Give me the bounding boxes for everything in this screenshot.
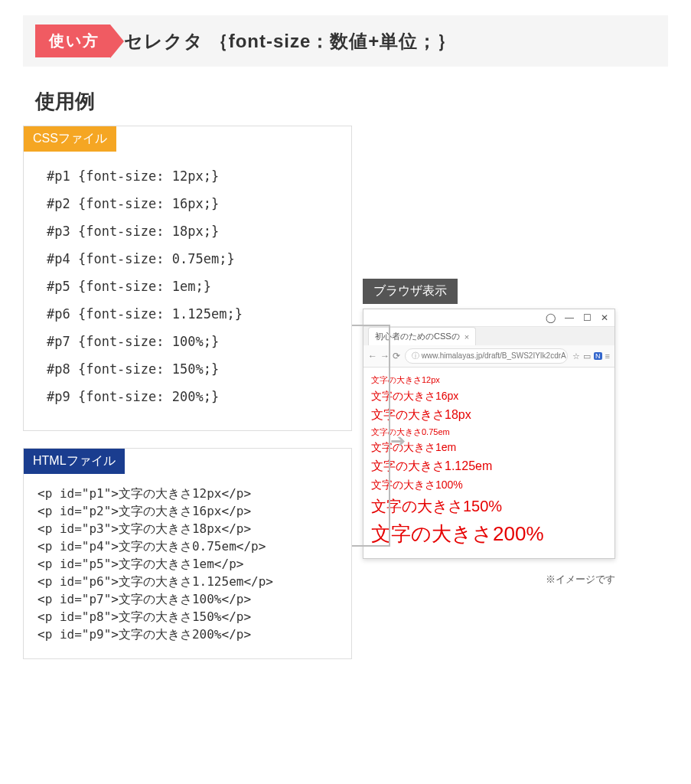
tab-close-icon[interactable]: × <box>464 332 469 341</box>
rendered-text-line: 文字の大きさ16px <box>371 388 607 404</box>
browser-urlbar: ← → ⟳ ⓘ www.himalayas.jp/draft/B_SWS2IYI… <box>363 345 614 368</box>
html-panel: HTMLファイル <p id="p1">文字の大きさ12px</p><p id=… <box>23 448 352 659</box>
html-line: <p id="p1">文字の大きさ12px</p> <box>37 486 337 502</box>
css-line: #p5 {font-size: 1em;} <box>47 279 337 294</box>
menu-icon[interactable]: ≡ <box>605 351 610 361</box>
browser-titlebar: ◯ — ☐ ✕ <box>363 309 614 327</box>
browser-label: ブラウザ表示 <box>363 279 458 304</box>
html-code-block: <p id="p1">文字の大きさ12px</p><p id="p2">文字の大… <box>24 474 351 658</box>
css-panel: CSSファイル #p1 {font-size: 12px;}#p2 {font-… <box>23 126 352 431</box>
new-badge-icon: N <box>594 352 602 360</box>
connector-line <box>352 325 390 547</box>
css-line: #p6 {font-size: 1.125em;} <box>47 306 337 322</box>
html-line: <p id="p9">文字の大きさ200%</p> <box>37 627 337 643</box>
css-code-block: #p1 {font-size: 12px;}#p2 {font-size: 16… <box>24 152 351 430</box>
css-line: #p4 {font-size: 0.75em;} <box>47 251 337 266</box>
html-line: <p id="p3">文字の大きさ18px</p> <box>37 521 337 537</box>
usage-syntax: セレクタ ｛font-size：数値+単位；｝ <box>124 29 456 54</box>
usage-bar: 使い方 セレクタ ｛font-size：数値+単位；｝ <box>23 15 668 67</box>
html-line: <p id="p8">文字の大きさ150%</p> <box>37 609 337 626</box>
arrow-right-icon: ➔ <box>390 430 406 452</box>
bookmark-icon[interactable]: ▭ <box>583 351 591 361</box>
url-input[interactable]: ⓘ www.himalayas.jp/draft/B_SWS2IYIk2cdrA… <box>405 348 568 364</box>
browser-tabstrip: 初心者のためのCSSの × <box>363 327 614 345</box>
image-caption: ※イメージです <box>363 573 615 586</box>
css-line: #p1 {font-size: 12px;} <box>47 168 337 184</box>
browser-content: 文字の大きさ12px文字の大きさ16px文字の大きさ18px文字の大きさ0.75… <box>363 368 614 558</box>
rendered-text-line: 文字の大きさ150% <box>371 495 607 518</box>
css-line: #p3 {font-size: 18px;} <box>47 224 337 239</box>
rendered-text-line: 文字の大きさ18px <box>371 406 607 424</box>
html-line: <p id="p5">文字の大きさ1em</p> <box>37 557 337 573</box>
rendered-text-line: 文字の大きさ1.125em <box>371 457 607 475</box>
css-line: #p8 {font-size: 150%;} <box>47 361 337 377</box>
rendered-text-line: 文字の大きさ200% <box>371 519 607 549</box>
html-line: <p id="p7">文字の大きさ100%</p> <box>37 592 337 608</box>
rendered-text-line: 文字の大きさ1em <box>371 439 607 456</box>
html-line: <p id="p2">文字の大きさ16px</p> <box>37 504 337 520</box>
close-icon[interactable]: ✕ <box>601 312 608 323</box>
rendered-text-line: 文字の大きさ100% <box>371 477 607 493</box>
user-icon: ◯ <box>546 312 556 323</box>
css-panel-title: CSSファイル <box>24 126 116 152</box>
minimize-icon[interactable]: — <box>565 312 574 323</box>
css-line: #p2 {font-size: 16px;} <box>47 196 337 211</box>
html-line: <p id="p4">文字の大きさ0.75em</p> <box>37 539 337 555</box>
maximize-icon[interactable]: ☐ <box>583 312 592 323</box>
usage-badge: 使い方 <box>35 24 110 57</box>
example-heading: 使用例 <box>35 88 668 115</box>
rendered-text-line: 文字の大きさ0.75em <box>371 426 607 439</box>
css-line: #p7 {font-size: 100%;} <box>47 334 337 349</box>
star-icon[interactable]: ☆ <box>572 351 580 361</box>
html-line: <p id="p6">文字の大きさ1.125em</p> <box>37 574 337 590</box>
html-panel-title: HTMLファイル <box>24 449 125 474</box>
reload-icon[interactable]: ⟳ <box>393 351 400 361</box>
css-line: #p9 {font-size: 200%;} <box>47 389 337 404</box>
rendered-text-line: 文字の大きさ12px <box>371 374 607 387</box>
